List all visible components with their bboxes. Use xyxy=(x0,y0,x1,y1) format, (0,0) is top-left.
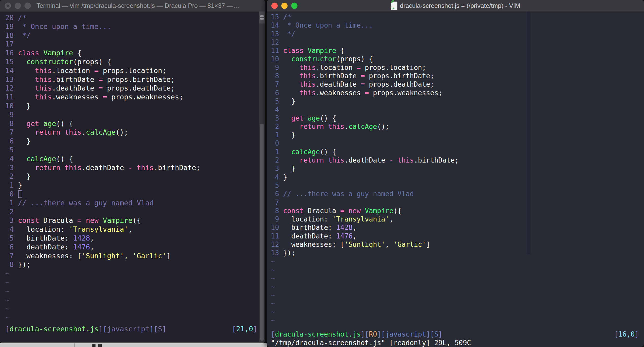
empty-buffer-tilde: ~ xyxy=(271,266,639,274)
code-line: 1 calcAge() { xyxy=(271,148,639,156)
code-line: 5 xyxy=(5,146,257,154)
vim-command-line: "/tmp/dracula-screenshot.js" [readonly] … xyxy=(271,339,639,347)
code-line: 13 this.birthDate = props.birthDate; xyxy=(5,75,257,84)
zoom-button[interactable] xyxy=(25,3,31,9)
code-line: 5 birthDate: 1428, xyxy=(5,234,257,243)
empty-buffer-tilde: ~ xyxy=(271,308,639,316)
code-line: 10 constructor(props) { xyxy=(271,55,639,63)
code-line: 4 calcAge() { xyxy=(5,154,257,163)
code-line: 19 * Once upon a time... xyxy=(5,22,257,31)
code-line: 2 xyxy=(5,207,257,216)
split-pane-icon xyxy=(260,15,264,17)
close-button[interactable] xyxy=(5,3,11,9)
js-file-label: JS xyxy=(391,7,394,10)
macvim-scrollbar-track[interactable] xyxy=(527,12,530,254)
code-line: 11 deathDate: 1476, xyxy=(271,232,639,240)
vim-statusline: [dracula-screenshot.js][javascript][S][2… xyxy=(5,325,257,333)
code-line: 14 this.location = props.location; xyxy=(5,66,257,75)
pencil-icon xyxy=(391,0,395,3)
code-line: 13 */ xyxy=(271,30,639,38)
code-line: 4} xyxy=(271,173,639,181)
macvim-window-title: dracula-screenshot.js = (/private/tmp) -… xyxy=(400,2,520,9)
code-line: 4 xyxy=(271,105,639,114)
code-line: 6 } xyxy=(5,137,257,146)
empty-buffer-tilde: ~ xyxy=(5,304,257,313)
minimize-button[interactable] xyxy=(281,3,288,9)
empty-buffer-tilde: ~ xyxy=(271,274,639,282)
code-line: 2 } xyxy=(5,172,257,181)
background-text-fragment xyxy=(92,344,96,347)
close-button[interactable] xyxy=(271,3,278,9)
code-line: 18 */ xyxy=(5,31,257,40)
code-line: 8const Dracula = new Vampire({ xyxy=(271,207,639,215)
code-line: 7 this.deathDate = props.deathDate; xyxy=(271,80,639,88)
document-proxy-icon[interactable]: JS xyxy=(391,2,397,10)
split-pane-icon xyxy=(260,18,264,20)
code-line: 7 weaknesses: ['Sunlight', 'Garlic'] xyxy=(5,252,257,260)
code-line: 15/* xyxy=(271,13,639,21)
empty-buffer-tilde: ~ xyxy=(271,316,639,325)
code-line: 14 * Once upon a time... xyxy=(271,21,639,29)
code-line: 12 this.deathDate = props.deathDate; xyxy=(5,84,257,93)
desktop-background-strip xyxy=(0,343,267,347)
terminal-titlebar[interactable]: Terminal — vim /tmp/dracula-screenshot.j… xyxy=(0,0,265,12)
code-line: 9 this.location = props.location; xyxy=(271,63,639,72)
code-line: 1// ...there was a guy named Vlad xyxy=(5,199,257,207)
background-text-fragment xyxy=(98,344,102,347)
empty-buffer-tilde: ~ xyxy=(5,313,257,322)
code-line: 11 this.weaknesses = props.weaknesses; xyxy=(5,93,257,101)
macvim-window: JS dracula-screenshot.js = (/private/tmp… xyxy=(267,0,644,347)
empty-buffer-tilde: ~ xyxy=(271,299,639,308)
empty-buffer-tilde: ~ xyxy=(5,269,257,278)
code-line: 1} xyxy=(5,181,257,190)
code-line: 6// ...there was a guy named Vlad xyxy=(271,190,639,198)
code-line: 9 location: 'Transylvania', xyxy=(271,215,639,223)
vim-command-line xyxy=(5,333,257,342)
code-line: 7 xyxy=(271,198,639,207)
macvim-traffic-lights xyxy=(271,3,297,9)
zoom-button[interactable] xyxy=(291,3,297,9)
code-line: 17 xyxy=(5,40,257,49)
empty-buffer-tilde: ~ xyxy=(5,296,257,304)
empty-buffer-tilde: ~ xyxy=(5,278,257,287)
empty-buffer-tilde: ~ xyxy=(271,283,639,291)
code-line: 5 xyxy=(271,181,639,190)
code-line: 3 return this.deathDate - this.birthDate… xyxy=(5,163,257,172)
code-line: 7 return this.calcAge(); xyxy=(5,128,257,137)
minimize-button[interactable] xyxy=(15,3,21,9)
code-line: 3 } xyxy=(271,164,639,173)
code-line: 0 xyxy=(271,139,639,147)
code-line: 1 } xyxy=(271,131,639,139)
terminal-scrollbar-thumb[interactable] xyxy=(260,124,264,341)
code-line: 5 } xyxy=(271,97,639,105)
code-line: 3const Dracula = new Vampire({ xyxy=(5,216,257,225)
vim-statusline: [dracula-screenshot.js][RO][javascript][… xyxy=(271,330,639,338)
code-line: 6 deathDate: 1476, xyxy=(5,243,257,252)
code-line: 16class Vampire { xyxy=(5,49,257,57)
code-line: 10 } xyxy=(5,101,257,110)
background-window-divider xyxy=(74,343,75,347)
code-line: 11class Vampire { xyxy=(271,46,639,55)
code-line: 2 return this.calcAge(); xyxy=(271,122,639,131)
macvim-buffer[interactable]: 15/*14 * Once upon a time...13 */1211cla… xyxy=(267,12,644,347)
terminal-window: Terminal — vim /tmp/dracula-screenshot.j… xyxy=(0,0,265,343)
code-line: 3 get age() { xyxy=(271,114,639,122)
vim-cursor xyxy=(18,190,22,198)
split-pane-button[interactable] xyxy=(259,11,265,24)
code-line: 4 location: 'Transylvania', xyxy=(5,225,257,234)
empty-buffer-tilde: ~ xyxy=(271,291,639,299)
terminal-vim-buffer[interactable]: 20/*19 * Once upon a time...18 */1716cla… xyxy=(0,12,265,342)
terminal-window-title: Terminal — vim /tmp/dracula-screenshot.j… xyxy=(37,2,239,9)
code-line: 10 birthDate: 1428, xyxy=(271,223,639,232)
code-line: 2 return this.deathDate - this.birthDate… xyxy=(271,156,639,164)
code-line: 8}); xyxy=(5,260,257,269)
terminal-traffic-lights xyxy=(5,3,31,9)
code-line: 12 xyxy=(271,38,639,46)
macvim-titlebar[interactable]: JS dracula-screenshot.js = (/private/tmp… xyxy=(267,0,644,12)
code-line: 12 weaknesses: ['Sunlight', 'Garlic'] xyxy=(271,240,639,249)
empty-buffer-tilde: ~ xyxy=(5,287,257,296)
terminal-scrollbar[interactable] xyxy=(259,11,265,342)
code-line: 8 get age() { xyxy=(5,119,257,128)
code-line: 9 xyxy=(5,110,257,119)
code-line: 20/* xyxy=(5,13,257,22)
